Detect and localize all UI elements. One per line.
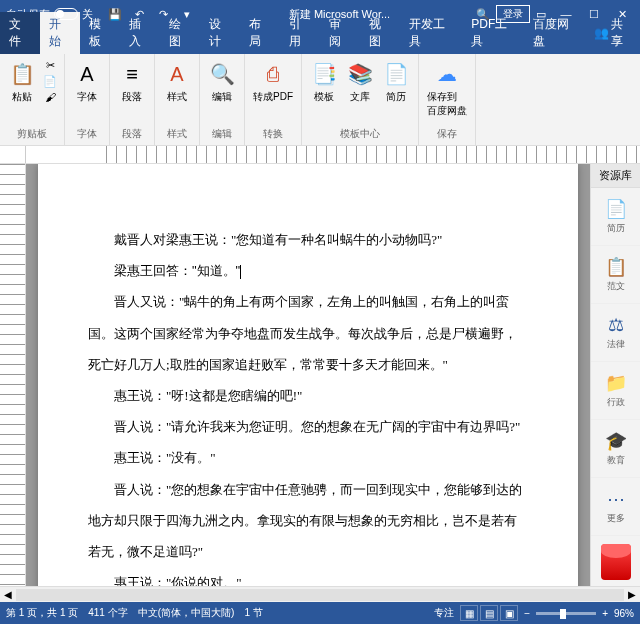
- style-button[interactable]: A 样式: [161, 58, 193, 106]
- tab-references[interactable]: 引用: [280, 12, 320, 54]
- edit-icon: 🔍: [208, 60, 236, 88]
- ribbon-group-clipboard: 📋 粘贴 ✂ 📄 🖌 剪贴板: [0, 54, 65, 145]
- edit-button[interactable]: 🔍 编辑: [206, 58, 238, 106]
- text-cursor: [240, 265, 241, 279]
- side-item-more[interactable]: ⋯ 更多: [591, 478, 640, 536]
- scroll-track[interactable]: [16, 589, 624, 601]
- status-language[interactable]: 中文(简体，中国大陆): [138, 606, 235, 620]
- paragraph[interactable]: 晋人又说："蜗牛的角上有两个国家，左角上的叫触国，右角上的叫蛮国。这两个国家经常…: [88, 286, 528, 380]
- document-page[interactable]: 戴晋人对梁惠王说："您知道有一种名叫蜗牛的小动物吗?" 梁惠王回答："知道。" …: [38, 164, 578, 586]
- side-item-education[interactable]: 🎓 教育: [591, 420, 640, 478]
- paragraph-button[interactable]: ≡ 段落: [116, 58, 148, 106]
- more-icon: ⋯: [595, 488, 636, 510]
- side-item-resume[interactable]: 📄 简历: [591, 188, 640, 246]
- group-label-font: 字体: [71, 125, 103, 141]
- paragraph[interactable]: 惠王说："你说的对。": [88, 567, 528, 586]
- ribbon-group-pdf: ⎙ 转成PDF 转换: [245, 54, 302, 145]
- view-read-icon[interactable]: ▦: [460, 605, 478, 621]
- format-painter-icon[interactable]: 🖌: [42, 90, 58, 104]
- status-focus[interactable]: 专注: [434, 606, 454, 620]
- resume-icon: 📄: [382, 60, 410, 88]
- paragraph[interactable]: 梁惠王回答："知道。": [88, 255, 528, 286]
- tab-view[interactable]: 视图: [360, 12, 400, 54]
- tab-layout[interactable]: 布局: [240, 12, 280, 54]
- pdf-button[interactable]: ⎙ 转成PDF: [251, 58, 295, 106]
- style-icon: A: [163, 60, 191, 88]
- font-button[interactable]: A 字体: [71, 58, 103, 106]
- zoom-in-icon[interactable]: +: [602, 608, 608, 619]
- tab-draw[interactable]: 绘图: [160, 12, 200, 54]
- tab-pdf[interactable]: PDF工具: [462, 12, 524, 54]
- horizontal-scrollbar[interactable]: ◀ ▶: [0, 586, 640, 602]
- group-label-template-center: 模板中心: [308, 125, 412, 141]
- zoom-slider[interactable]: [536, 612, 596, 615]
- tab-file[interactable]: 文件: [0, 12, 40, 54]
- font-icon: A: [73, 60, 101, 88]
- tab-template[interactable]: 模板: [80, 12, 120, 54]
- share-button[interactable]: 👥 共享: [586, 12, 640, 54]
- tab-review[interactable]: 审阅: [320, 12, 360, 54]
- scroll-right-icon[interactable]: ▶: [624, 589, 640, 600]
- paragraph[interactable]: 惠王说："没有。": [88, 442, 528, 473]
- sample-icon: 📋: [595, 256, 636, 278]
- paste-icon: 📋: [8, 60, 36, 88]
- horizontal-ruler[interactable]: [26, 146, 640, 163]
- tab-baidu[interactable]: 百度网盘: [524, 12, 586, 54]
- red-packet-promo[interactable]: [591, 536, 640, 586]
- group-label-paragraph: 段落: [116, 125, 148, 141]
- resource-panel: 资源库 📄 简历 📋 范文 ⚖ 法律 📁 行政 🎓 教育 ⋯ 更多: [590, 164, 640, 586]
- paragraph[interactable]: 晋人说："您的想象在宇宙中任意驰骋，而一回到现实中，您能够到达的地方却只限于四海…: [88, 474, 528, 568]
- status-words[interactable]: 411 个字: [88, 606, 127, 620]
- ribbon-group-font: A 字体 字体: [65, 54, 110, 145]
- toggle-icon[interactable]: [54, 8, 78, 20]
- education-icon: 🎓: [595, 430, 636, 452]
- copy-icon[interactable]: 📄: [42, 74, 58, 88]
- status-bar: 第 1 页，共 1 页 411 个字 中文(简体，中国大陆) 1 节 专注 ▦ …: [0, 602, 640, 624]
- ruler-corner: [0, 146, 26, 163]
- document-viewport[interactable]: 戴晋人对梁惠王说："您知道有一种名叫蜗牛的小动物吗?" 梁惠王回答："知道。" …: [26, 164, 590, 586]
- cut-icon[interactable]: ✂: [42, 58, 58, 72]
- zoom-level[interactable]: 96%: [614, 608, 634, 619]
- resume-button[interactable]: 📄 简历: [380, 58, 412, 106]
- group-label-pdf: 转换: [251, 125, 295, 141]
- scroll-left-icon[interactable]: ◀: [0, 589, 16, 600]
- ribbon-group-template-center: 📑 模板 📚 文库 📄 简历 模板中心: [302, 54, 419, 145]
- red-packet-icon: [601, 544, 631, 580]
- zoom-out-icon[interactable]: −: [524, 608, 530, 619]
- view-print-icon[interactable]: ▤: [480, 605, 498, 621]
- status-page[interactable]: 第 1 页，共 1 页: [6, 606, 78, 620]
- template-icon: 📑: [310, 60, 338, 88]
- group-label-edit: 编辑: [206, 125, 238, 141]
- menu-bar: 文件 开始 模板 插入 绘图 设计 布局 引用 审阅 视图 开发工具 PDF工具…: [0, 28, 640, 54]
- ribbon-group-edit: 🔍 编辑 编辑: [200, 54, 245, 145]
- template-button[interactable]: 📑 模板: [308, 58, 340, 106]
- group-label-style: 样式: [161, 125, 193, 141]
- ribbon-group-style: A 样式 样式: [155, 54, 200, 145]
- ruler-horizontal-area: [0, 146, 640, 164]
- view-mode-buttons: ▦ ▤ ▣: [460, 605, 518, 621]
- ribbon: 📋 粘贴 ✂ 📄 🖌 剪贴板 A 字体 字体 ≡ 段落 段落: [0, 54, 640, 146]
- view-web-icon[interactable]: ▣: [500, 605, 518, 621]
- paragraph-icon: ≡: [118, 60, 146, 88]
- ribbon-group-save: ☁ 保存到 百度网盘 保存: [419, 54, 476, 145]
- legal-icon: ⚖: [595, 314, 636, 336]
- paragraph[interactable]: 晋人说："请允许我来为您证明。您的想象在无广阔的宇宙中有边界吗?": [88, 411, 528, 442]
- group-label-clipboard: 剪贴板: [6, 125, 58, 141]
- paste-button[interactable]: 📋 粘贴: [6, 58, 38, 106]
- doc-library-button[interactable]: 📚 文库: [344, 58, 376, 106]
- vertical-ruler[interactable]: [0, 164, 26, 586]
- status-section[interactable]: 1 节: [244, 606, 262, 620]
- tab-design[interactable]: 设计: [200, 12, 240, 54]
- admin-icon: 📁: [595, 372, 636, 394]
- side-item-admin[interactable]: 📁 行政: [591, 362, 640, 420]
- tab-developer[interactable]: 开发工具: [400, 12, 462, 54]
- paragraph[interactable]: 惠王说："呀!这都是您瞎编的吧!": [88, 380, 528, 411]
- tab-insert[interactable]: 插入: [120, 12, 160, 54]
- side-item-sample[interactable]: 📋 范文: [591, 246, 640, 304]
- share-icon: 👥: [594, 26, 609, 40]
- paragraph[interactable]: 戴晋人对梁惠王说："您知道有一种名叫蜗牛的小动物吗?": [88, 224, 528, 255]
- ribbon-group-paragraph: ≡ 段落 段落: [110, 54, 155, 145]
- save-baidu-button[interactable]: ☁ 保存到 百度网盘: [425, 58, 469, 120]
- side-item-legal[interactable]: ⚖ 法律: [591, 304, 640, 362]
- resource-panel-title: 资源库: [591, 164, 640, 188]
